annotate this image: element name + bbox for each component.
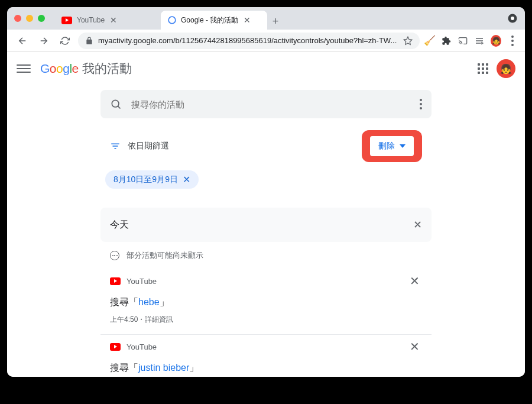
chip-label: 8月10日至9月9日: [113, 174, 178, 185]
info-icon: [110, 251, 119, 260]
notice: 部分活動可能尚未顯示: [100, 242, 432, 269]
url-field[interactable]: myactivity.google.com/b/1125674428189956…: [78, 33, 420, 49]
back-button[interactable]: [14, 33, 31, 49]
tab-google-activity[interactable]: Google - 我的活動 ✕: [161, 11, 267, 30]
main-area: 依日期篩選 刪除 8月10日至9月9日 ✕: [89, 85, 443, 377]
google-g-icon: [168, 16, 176, 24]
item-source[interactable]: YouTube: [126, 277, 401, 286]
item-delete-button[interactable]: ✕: [407, 272, 422, 290]
section-delete-button[interactable]: ✕: [413, 218, 422, 231]
chevron-down-icon: [400, 144, 406, 148]
tab-strip: YouTube ✕ Google - 我的活動 ✕ +: [54, 7, 284, 30]
apps-button[interactable]: [478, 63, 488, 74]
search-menu-button[interactable]: [420, 99, 422, 109]
delete-label: 刪除: [378, 141, 395, 151]
extension-icon-1[interactable]: 🧹: [424, 35, 435, 46]
filter-row: 依日期篩選 刪除: [100, 130, 432, 162]
minimize-window-button[interactable]: [26, 15, 33, 22]
cast-icon[interactable]: [458, 35, 468, 46]
account-avatar[interactable]: 👧: [497, 59, 515, 78]
notice-text: 部分活動可能尚未顯示: [126, 250, 203, 261]
svg-point-2: [511, 17, 514, 20]
extensions-puzzle-icon[interactable]: [441, 35, 452, 46]
youtube-icon: [61, 17, 72, 24]
lock-icon: [85, 37, 93, 45]
filter-by-date-button[interactable]: 依日期篩選: [110, 141, 169, 151]
extension-icons: 🧹 👧: [424, 35, 518, 46]
tab-label: Google - 我的活動: [181, 15, 238, 25]
reload-button[interactable]: [57, 33, 73, 49]
item-source[interactable]: YouTube: [126, 342, 401, 351]
chip-remove-icon[interactable]: ✕: [183, 174, 190, 185]
browser-window: YouTube ✕ Google - 我的活動 ✕ + myactivity.g…: [7, 7, 525, 377]
tab-youtube[interactable]: YouTube ✕: [54, 11, 161, 30]
app-header: Google 我的活動 👧: [7, 52, 525, 85]
item-query-link[interactable]: justin bieber: [138, 363, 189, 373]
tab-close-button[interactable]: ✕: [243, 16, 251, 24]
traffic-lights: [14, 15, 45, 22]
item-title: 搜尋「hebe」: [110, 296, 422, 309]
logo[interactable]: Google 我的活動: [40, 60, 132, 77]
delete-highlight-box: 刪除: [362, 130, 422, 162]
maximize-window-button[interactable]: [38, 15, 45, 22]
close-window-button[interactable]: [14, 15, 21, 22]
item-title: 搜尋「justin bieber」: [110, 362, 422, 374]
activity-item: YouTube ✕ 搜尋「justin bieber」: [100, 335, 432, 377]
activity-item: YouTube ✕ 搜尋「hebe」 上午4:50・詳細資訊: [100, 269, 432, 335]
filter-icon: [110, 141, 121, 151]
filter-label: 依日期篩選: [128, 141, 169, 151]
music-icon[interactable]: [474, 35, 485, 46]
search-bar: [100, 90, 432, 118]
browser-menu-button[interactable]: [507, 35, 518, 46]
star-icon[interactable]: [403, 36, 413, 46]
page-content: Google 我的活動 👧: [7, 52, 525, 377]
menu-button[interactable]: [17, 62, 31, 76]
item-meta: 上午4:50・詳細資訊: [110, 315, 422, 325]
account-indicator[interactable]: [507, 13, 518, 24]
url-text: myactivity.google.com/b/1125674428189956…: [98, 36, 398, 45]
search-icon: [110, 98, 122, 110]
youtube-icon: [110, 343, 121, 351]
google-logo: Google: [40, 62, 79, 76]
delete-button[interactable]: 刪除: [370, 136, 414, 156]
svg-point-3: [112, 100, 119, 107]
item-delete-button[interactable]: ✕: [407, 337, 422, 356]
section-label: 今天: [110, 219, 129, 231]
item-details-link[interactable]: 詳細資訊: [145, 315, 173, 324]
svg-point-0: [168, 17, 176, 24]
new-tab-button[interactable]: +: [267, 13, 284, 30]
date-filter-chip[interactable]: 8月10日至9月9日 ✕: [105, 170, 199, 189]
profile-icon[interactable]: 👧: [491, 35, 501, 46]
titlebar: YouTube ✕ Google - 我的活動 ✕ +: [7, 7, 525, 30]
item-query-link[interactable]: hebe: [138, 297, 160, 307]
page-title: 我的活動: [82, 60, 132, 77]
forward-button[interactable]: [35, 33, 52, 49]
tab-label: YouTube: [77, 16, 105, 24]
section-today: 今天 ✕: [100, 208, 432, 242]
search-input[interactable]: [131, 99, 410, 109]
address-bar: myactivity.google.com/b/1125674428189956…: [7, 30, 525, 52]
youtube-icon: [110, 277, 121, 285]
tab-close-button[interactable]: ✕: [109, 16, 118, 24]
